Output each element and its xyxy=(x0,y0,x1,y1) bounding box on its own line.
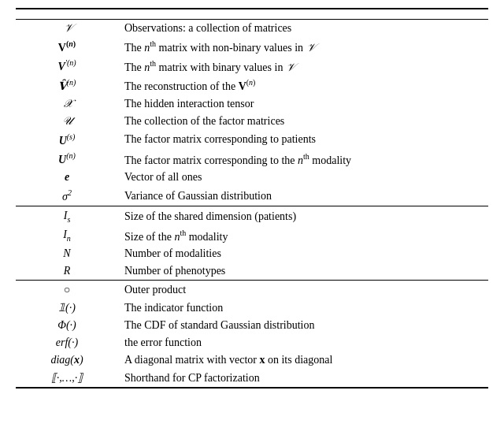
table-row: The nth matrix with non-binary values in… xyxy=(118,37,488,57)
table-row: Outer product xyxy=(118,281,488,299)
table-row: N xyxy=(16,245,118,262)
table-row: Number of phenotypes xyxy=(118,262,488,281)
table-row: Φ(·) xyxy=(16,317,118,334)
table-row: The factor matrix corresponding to the n… xyxy=(118,150,488,169)
table-row: The collection of the factor matrices xyxy=(118,113,488,130)
table-row: U(n) xyxy=(16,150,118,169)
table-row: U(s) xyxy=(16,130,118,150)
table-row: V(n) xyxy=(16,37,118,57)
table-row: Is xyxy=(16,206,118,225)
table-row: In xyxy=(16,226,118,246)
table-row: A diagonal matrix with vector x on its d… xyxy=(118,351,488,369)
table-row: 𝒱 xyxy=(16,20,118,38)
symbol-header xyxy=(16,9,118,20)
table-row: R xyxy=(16,262,118,281)
table-row: the error function xyxy=(118,334,488,351)
table-row: The reconstruction of the V(n) xyxy=(118,76,488,95)
table-row: Vector of all ones xyxy=(118,169,488,186)
table-row: The hidden interaction tensor xyxy=(118,95,488,113)
table-row: The nth matrix with binary values in 𝒱 xyxy=(118,57,488,76)
table-row: ⟦·,…,·⟧ xyxy=(16,369,118,388)
table-row: Number of modalities xyxy=(118,245,488,262)
table-row: The CDF of standard Gaussian distributio… xyxy=(118,317,488,334)
table-row: Observations: a collection of matrices xyxy=(118,20,488,38)
table-row: The factor matrix corresponding to patie… xyxy=(118,130,488,150)
table-row: e xyxy=(16,169,118,186)
table-row: diag(x) xyxy=(16,351,118,369)
table-row: 𝒰 xyxy=(16,113,118,130)
table-row: 𝒳 xyxy=(16,95,118,113)
table-row: V′(n) xyxy=(16,57,118,76)
table-row: σ2 xyxy=(16,186,118,206)
definition-header xyxy=(118,9,488,20)
table-row: V̂(n) xyxy=(16,76,118,95)
table-row: ○ xyxy=(16,281,118,299)
table-row: erf(·) xyxy=(16,334,118,351)
table-row: The indicator function xyxy=(118,299,488,317)
table-row: Size of the nth modality xyxy=(118,226,488,246)
table-row: Variance of Gaussian distribution xyxy=(118,186,488,206)
table-row: Size of the shared dimension (patients) xyxy=(118,206,488,225)
table-row: 𝟙(·) xyxy=(16,299,118,317)
table-row: Shorthand for CP factorization xyxy=(118,369,488,388)
notation-table: 𝒱Observations: a collection of matricesV… xyxy=(16,8,488,389)
